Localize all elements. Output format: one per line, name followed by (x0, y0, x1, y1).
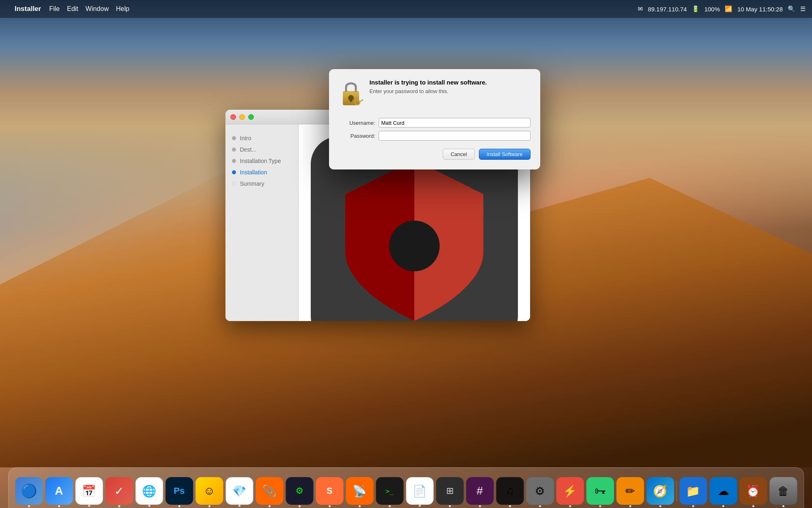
battery-level: 100% (704, 6, 720, 13)
menubar-left: Installer File Edit Window Help (6, 5, 129, 13)
dock-icon-clippy[interactable]: 📎 (256, 477, 283, 505)
sidebar-label-installation: Installation (240, 169, 267, 176)
dock-icon-icloud[interactable]: ☁ (709, 477, 737, 505)
auth-header: Installer is trying to install new softw… (339, 79, 531, 112)
dock-icon-coderunner[interactable]: ⚙ (286, 477, 313, 505)
dock-icon-photoshop[interactable]: Ps (165, 477, 193, 505)
sidebar-item-summary[interactable]: Summary (225, 178, 298, 189)
auth-buttons: Cancel Install Software (339, 149, 531, 160)
dock-icon-transmit[interactable]: 📡 (346, 477, 373, 505)
dock-icon-calendar[interactable]: 📅 (75, 477, 103, 505)
dock-icon-timemachine[interactable]: ⏰ (739, 477, 767, 505)
username-label: Username: (343, 120, 375, 126)
syspref-icon: ⚙ (535, 484, 545, 498)
username-input[interactable] (379, 118, 531, 128)
dock-icon-appstore[interactable]: A (45, 477, 73, 505)
chrome-icon: 🌐 (142, 484, 156, 498)
sidebar-label-intro: Intro (240, 135, 251, 141)
sketch-icon: 💎 (232, 484, 247, 498)
timemachine-icon: ⏰ (746, 484, 760, 498)
transmit-icon: 📡 (353, 484, 367, 498)
app-name-label: Installer (15, 5, 41, 13)
sidebar-item-installation-type[interactable]: Installation Type (225, 155, 298, 167)
sidebar-item-installation[interactable]: Installation (225, 167, 298, 178)
close-button[interactable] (230, 114, 236, 120)
install-software-button[interactable]: Install Software (479, 149, 531, 160)
dock-icon-safari[interactable]: 🧭 (646, 477, 674, 505)
menu-help[interactable]: Help (116, 5, 129, 13)
dock-icon-trash[interactable]: 🗑 (769, 477, 797, 505)
sublime-icon: S (327, 486, 333, 496)
username-row: Username: (343, 118, 531, 128)
terminal-icon: >_ (385, 487, 393, 495)
auth-fields: Username: Password: (339, 118, 531, 141)
email-icon: ✉ (638, 5, 643, 13)
dock-icon-textedit[interactable]: 📄 (406, 477, 433, 505)
sidebar-dot-installation (232, 170, 236, 174)
cancel-button[interactable]: Cancel (443, 149, 474, 160)
auth-title-area: Installer is trying to install new softw… (370, 79, 487, 94)
dock-icon-slack[interactable]: # (466, 477, 494, 505)
ip-address: 89.197.110.74 (648, 6, 687, 13)
auth-subtitle: Enter your password to allow this. (370, 88, 487, 94)
clock: 10 May 11:50:28 (737, 6, 783, 13)
sidebar-item-intro[interactable]: Intro (225, 132, 298, 144)
svg-rect-7 (350, 98, 352, 102)
sidebar-item-destination[interactable]: Dest... (225, 144, 298, 155)
dock: 🔵 A 📅 ✓ 🌐 Ps ☺ 💎 📎 ⚙ S 📡 >_ 📄 ⊞ # (8, 467, 804, 508)
svg-line-10 (363, 99, 363, 101)
sidebar-dot-installation-type (232, 159, 236, 163)
dock-icon-keeagent[interactable]: 🗝 (586, 477, 614, 505)
spotify-icon: ♫ (506, 484, 514, 497)
dock-icon-finder[interactable]: 🔵 (15, 477, 43, 505)
control-center-icon[interactable]: ☰ (800, 5, 806, 13)
menu-window[interactable]: Window (86, 5, 109, 13)
trash-icon: 🗑 (777, 484, 789, 498)
dock-icon-emoji[interactable]: ☺ (195, 477, 223, 505)
sidebar-label-summary: Summary (240, 180, 264, 187)
todoist-icon: ✓ (115, 484, 124, 498)
coderunner-icon: ⚙ (295, 486, 303, 496)
appstore-icon: A (55, 484, 63, 497)
dock-icon-todoist[interactable]: ✓ (105, 477, 133, 505)
dock-icon-files[interactable]: 📁 (679, 477, 707, 505)
files-icon: 📁 (686, 484, 700, 498)
minimize-button[interactable] (239, 114, 245, 120)
battery-icon: 🔋 (692, 5, 699, 13)
svg-point-2 (405, 222, 423, 240)
dock-icon-syspref[interactable]: ⚙ (526, 477, 554, 505)
dock-icon-terminal[interactable]: >_ (376, 477, 403, 505)
svg-rect-3 (407, 238, 421, 258)
drawio-icon: ✏ (626, 484, 635, 498)
keeagent-icon: 🗝 (594, 484, 606, 498)
menu-file[interactable]: File (49, 5, 60, 13)
sidebar-dot-summary (232, 182, 236, 186)
sidebar-label-installation-type: Installation Type (240, 158, 281, 164)
textedit-icon: 📄 (413, 484, 427, 498)
search-icon[interactable]: 🔍 (788, 5, 795, 13)
dock-icon-chrome[interactable]: 🌐 (135, 477, 163, 505)
dock-icon-sketch[interactable]: 💎 (225, 477, 253, 505)
menu-edit[interactable]: Edit (67, 5, 78, 13)
safari-icon: 🧭 (653, 484, 667, 498)
menubar-menu-items: File Edit Window Help (49, 5, 129, 13)
photoshop-icon: Ps (174, 486, 185, 496)
clippy-icon: 📎 (262, 484, 277, 498)
password-input[interactable] (379, 131, 531, 141)
sidebar: Intro Dest... Installation Type Installa… (225, 124, 299, 321)
dock-icon-drawio[interactable]: ✏ (616, 477, 644, 505)
menubar: Installer File Edit Window Help ✉ 89.197… (0, 0, 812, 18)
dock-icon-sublime[interactable]: S (316, 477, 343, 505)
dock-icon-spotify[interactable]: ♫ (496, 477, 524, 505)
sidebar-label-destination: Dest... (240, 146, 256, 153)
icloud-icon: ☁ (717, 484, 729, 498)
menubar-right: ✉ 89.197.110.74 🔋 100% 📶 10 May 11:50:28… (638, 5, 806, 13)
maximize-button[interactable] (248, 114, 254, 120)
slack-icon: # (476, 484, 483, 497)
auth-dialog: Installer is trying to install new softw… (329, 69, 540, 169)
calendar-icon: 📅 (82, 484, 96, 498)
dock-icon-tableplus[interactable]: ⊞ (436, 477, 463, 505)
lock-key-icon (339, 79, 363, 107)
dock-icon-reeder[interactable]: ⚡ (556, 477, 584, 505)
sidebar-dot-intro (232, 136, 236, 140)
